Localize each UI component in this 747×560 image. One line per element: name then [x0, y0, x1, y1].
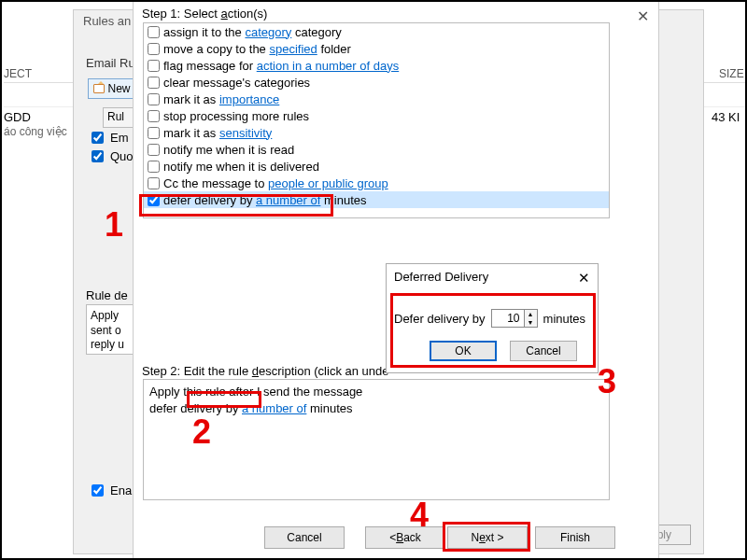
action-link[interactable]: a number of: [256, 193, 320, 207]
action-label: move a copy to the specified folder: [163, 42, 351, 56]
action-label: mark it as sensitivity: [163, 126, 272, 140]
action-checkbox[interactable]: [148, 161, 160, 173]
rule-name: Em: [110, 131, 129, 145]
next-button[interactable]: Next >: [447, 526, 528, 549]
close-icon[interactable]: ✕: [578, 270, 590, 287]
action-item[interactable]: flag message for action in a number of d…: [144, 57, 609, 74]
column-header-size[interactable]: SIZE: [719, 67, 744, 80]
minutes-input[interactable]: [492, 310, 524, 327]
action-label: defer delivery by a number of minutes: [163, 193, 367, 207]
enable-rules-checkbox[interactable]: [92, 484, 104, 497]
action-link[interactable]: people or public group: [268, 176, 388, 190]
rule-checkbox[interactable]: [92, 150, 104, 162]
action-item[interactable]: mark it as importance: [144, 91, 609, 107]
mail-row[interactable]: GDD áo công việc: [4, 110, 67, 138]
action-label: mark it as importance: [163, 92, 279, 106]
action-label: flag message for action in a number of d…: [163, 59, 399, 73]
mail-preview: áo công việc: [4, 125, 67, 138]
action-link[interactable]: specified: [269, 42, 317, 56]
rule-description-editor[interactable]: Apply this rule after I send the message…: [143, 379, 610, 500]
action-checkbox[interactable]: [148, 43, 160, 55]
rule-column-header: Rul: [103, 107, 136, 128]
action-link[interactable]: sensitivity: [219, 126, 272, 140]
back-button[interactable]: < Back: [365, 526, 445, 549]
action-label: stop processing more rules: [163, 109, 309, 123]
action-label: clear message's categories: [163, 76, 310, 90]
action-label: Cc the message to people or public group: [163, 176, 388, 190]
action-checkbox[interactable]: [148, 93, 160, 105]
minutes-label: minutes: [543, 312, 586, 326]
action-checkbox[interactable]: [148, 194, 160, 206]
defer-label: Defer delivery by: [394, 312, 486, 326]
action-item[interactable]: assign it to the category category: [144, 23, 609, 40]
enable-rules-checkbox-row[interactable]: Enab: [88, 482, 138, 499]
action-checkbox[interactable]: [148, 127, 160, 139]
rule-description-label: Rule de: [86, 288, 128, 302]
rule-list-item[interactable]: Em: [88, 129, 129, 146]
new-rule-icon: [93, 84, 105, 93]
desc-line: defer delivery by: [149, 401, 242, 415]
action-checkbox[interactable]: [148, 110, 160, 122]
action-label: notify me when it is read: [163, 143, 294, 157]
step1-label: Step 1: Select action(s): [142, 7, 267, 21]
action-checkbox[interactable]: [148, 77, 160, 89]
cancel-button[interactable]: Cancel: [264, 526, 345, 549]
desc-line: minutes: [306, 401, 352, 415]
new-rule-label: New: [107, 82, 130, 95]
new-rule-button[interactable]: New: [88, 78, 136, 99]
ok-button[interactable]: OK: [430, 341, 497, 361]
deferred-delivery-dialog: Deferred Delivery ✕ Defer delivery by ▲ …: [386, 263, 599, 373]
spinner-up-icon[interactable]: ▲: [524, 310, 537, 318]
desc-line: Apply this rule after I send the message: [149, 385, 362, 399]
action-checkbox[interactable]: [148, 26, 160, 38]
action-item[interactable]: Cc the message to people or public group: [144, 175, 609, 191]
column-header-subject[interactable]: JECT: [4, 67, 32, 80]
minutes-spinner[interactable]: ▲ ▼: [491, 309, 538, 328]
action-item[interactable]: move a copy to the specified folder: [144, 40, 609, 57]
step2-label: Step 2: Edit the rule description (click…: [142, 364, 389, 378]
rule-name: Quo: [110, 149, 134, 163]
action-item[interactable]: clear message's categories: [144, 74, 609, 91]
action-link[interactable]: category: [245, 25, 291, 39]
action-checkbox[interactable]: [148, 144, 160, 156]
action-link[interactable]: importance: [219, 92, 279, 106]
action-item[interactable]: stop processing more rules: [144, 107, 609, 124]
mail-subject: GDD: [4, 110, 31, 124]
action-item[interactable]: notify me when it is read: [144, 141, 609, 158]
spinner-down-icon[interactable]: ▼: [524, 318, 537, 327]
rule-checkbox[interactable]: [92, 132, 104, 144]
action-label: assign it to the category category: [163, 25, 342, 39]
a-number-of-link[interactable]: a number of: [242, 401, 306, 415]
action-label: notify me when it is delivered: [163, 160, 319, 174]
finish-button[interactable]: Finish: [535, 526, 615, 549]
window-title: Rules an: [83, 14, 131, 28]
close-icon[interactable]: ✕: [637, 7, 649, 25]
rule-list-item[interactable]: Quo: [88, 147, 134, 164]
action-checkbox[interactable]: [148, 60, 160, 72]
mail-size: 43 KI: [712, 110, 740, 124]
email-rules-label: Email Ru: [86, 56, 135, 70]
action-item[interactable]: notify me when it is delivered: [144, 158, 609, 175]
action-item[interactable]: defer delivery by a number of minutes: [144, 191, 609, 208]
action-link[interactable]: action in a number of days: [257, 59, 399, 73]
actions-list[interactable]: assign it to the category categorymove a…: [143, 22, 610, 218]
action-checkbox[interactable]: [148, 177, 160, 189]
dialog-title: Deferred Delivery: [394, 270, 488, 284]
cancel-button[interactable]: Cancel: [510, 341, 577, 361]
action-item[interactable]: mark it as sensitivity: [144, 124, 609, 141]
